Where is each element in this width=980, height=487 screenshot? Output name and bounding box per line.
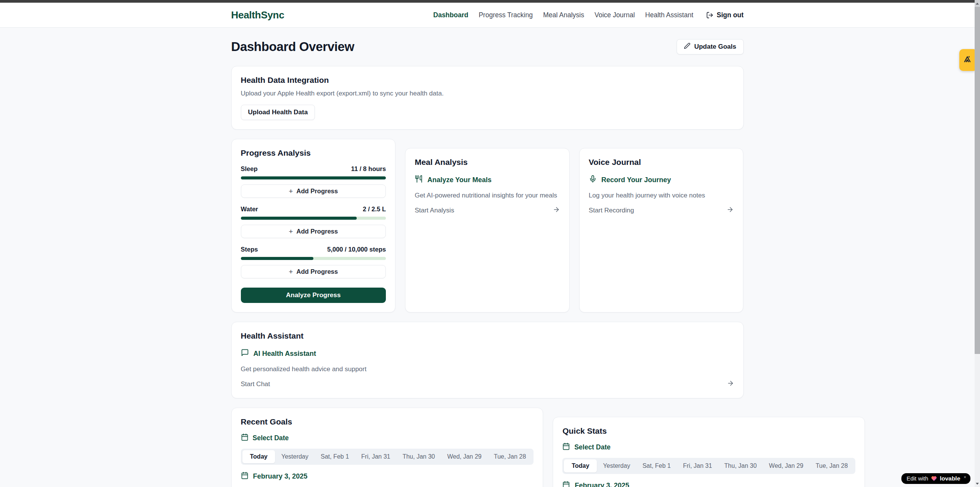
feature-row: Progress Analysis Sleep 11 / 8 hours +Ad… bbox=[231, 139, 744, 313]
meal-analysis-card: Meal Analysis Analyze Your Meals Get AI-… bbox=[405, 148, 570, 313]
date-tab[interactable]: Wed, Jan 29 bbox=[441, 450, 488, 463]
date-tab[interactable]: Tue, Jan 28 bbox=[809, 459, 854, 472]
scrollbar-thumb[interactable] bbox=[975, 7, 980, 354]
plus-icon: + bbox=[289, 268, 293, 275]
log-out-icon bbox=[706, 12, 713, 19]
integration-description: Upload your Apple Health export (export.… bbox=[241, 90, 734, 97]
calendar-icon bbox=[241, 433, 249, 443]
arrow-right-icon bbox=[553, 206, 560, 215]
recent-goals-title: Recent Goals bbox=[241, 417, 534, 426]
start-analysis-label: Start Analysis bbox=[415, 207, 454, 214]
nav-voice-journal[interactable]: Voice Journal bbox=[595, 11, 635, 19]
utensils-icon bbox=[415, 175, 423, 185]
plus-icon: + bbox=[289, 228, 293, 235]
date-tab[interactable]: Fri, Jan 31 bbox=[355, 450, 397, 463]
scrollbar-up-arrow[interactable] bbox=[975, 0, 980, 7]
record-your-journey-label: Record Your Journey bbox=[601, 176, 671, 184]
recent-goals-date-tabs: Today Yesterday Sat, Feb 1 Fri, Jan 31 T… bbox=[241, 449, 534, 465]
date-tab-today[interactable]: Today bbox=[242, 450, 275, 463]
scrollbar-down-arrow[interactable] bbox=[975, 480, 980, 487]
ai-health-assistant-label: AI Health Assistant bbox=[254, 350, 316, 358]
upload-health-data-button[interactable]: Upload Health Data bbox=[241, 105, 315, 120]
quick-stats-card: Quick Stats Select Date Today Yesterday … bbox=[553, 417, 865, 487]
main-nav: Dashboard Progress Tracking Meal Analysi… bbox=[433, 11, 744, 19]
recent-goals-current-date: February 3, 2025 bbox=[241, 472, 534, 481]
health-assistant-title: Health Assistant bbox=[241, 331, 734, 341]
edit-with-label: Edit with bbox=[906, 475, 928, 482]
start-analysis-action[interactable]: Start Analysis bbox=[415, 206, 560, 215]
page-scrollbar[interactable] bbox=[975, 0, 980, 487]
date-tab[interactable]: Fri, Jan 31 bbox=[677, 459, 718, 472]
water-progress-bar bbox=[241, 217, 386, 220]
record-your-journey-link[interactable]: Record Your Journey bbox=[589, 175, 734, 185]
add-steps-progress-button[interactable]: +Add Progress bbox=[241, 265, 386, 278]
voice-journal-card: Voice Journal Record Your Journey Log yo… bbox=[579, 148, 744, 313]
date-tab[interactable]: Tue, Jan 28 bbox=[488, 450, 532, 463]
meal-analysis-description: Get AI-powered nutritional insights for … bbox=[415, 192, 560, 199]
microphone-icon bbox=[589, 175, 597, 185]
nav-progress-tracking[interactable]: Progress Tracking bbox=[479, 11, 533, 19]
browser-extension-badge[interactable] bbox=[959, 49, 975, 71]
date-tab[interactable]: Thu, Jan 30 bbox=[396, 450, 441, 463]
lovable-brand-label: lovable bbox=[940, 475, 960, 482]
progress-analysis-title: Progress Analysis bbox=[241, 148, 386, 158]
current-date-label: February 3, 2025 bbox=[253, 472, 308, 480]
analyze-progress-button[interactable]: Analyze Progress bbox=[241, 288, 386, 303]
metric-value: 5,000 / 10,000 steps bbox=[327, 246, 386, 253]
ai-health-assistant-link[interactable]: AI Health Assistant bbox=[241, 349, 734, 359]
metric-value: 11 / 8 hours bbox=[351, 165, 386, 173]
metric-steps: Steps 5,000 / 10,000 steps +Add Progress bbox=[241, 246, 386, 278]
date-tab-today[interactable]: Today bbox=[564, 459, 597, 472]
current-date-label: February 3, 2025 bbox=[575, 482, 629, 487]
start-recording-action[interactable]: Start Recording bbox=[589, 206, 734, 215]
metric-sleep: Sleep 11 / 8 hours +Add Progress bbox=[241, 165, 386, 198]
health-assistant-description: Get personalized health advice and suppo… bbox=[241, 365, 734, 373]
analyze-your-meals-label: Analyze Your Meals bbox=[427, 176, 491, 184]
update-goals-button[interactable]: Update Goals bbox=[677, 39, 744, 54]
date-tab[interactable]: Thu, Jan 30 bbox=[718, 459, 763, 472]
update-goals-label: Update Goals bbox=[694, 43, 736, 51]
add-sleep-progress-button[interactable]: +Add Progress bbox=[241, 184, 386, 198]
arrow-right-icon bbox=[726, 206, 734, 215]
page-head: Dashboard Overview Update Goals bbox=[231, 39, 744, 54]
app-viewport: HealthSync Dashboard Progress Tracking M… bbox=[0, 0, 975, 487]
analyze-your-meals-link[interactable]: Analyze Your Meals bbox=[415, 175, 560, 185]
close-icon[interactable]: × bbox=[964, 475, 966, 479]
health-data-integration-card: Health Data Integration Upload your Appl… bbox=[231, 66, 744, 130]
quick-stats-date-tabs: Today Yesterday Sat, Feb 1 Fri, Jan 31 T… bbox=[562, 458, 855, 474]
meal-analysis-title: Meal Analysis bbox=[415, 158, 560, 167]
chat-bubble-icon bbox=[241, 349, 249, 359]
sign-out-button[interactable]: Sign out bbox=[706, 11, 744, 19]
quick-stats-select-date[interactable]: Select Date bbox=[562, 443, 855, 452]
start-chat-action[interactable]: Start Chat bbox=[241, 380, 734, 389]
add-water-progress-button[interactable]: +Add Progress bbox=[241, 225, 386, 238]
date-tab-yesterday[interactable]: Yesterday bbox=[275, 450, 315, 463]
edit-with-lovable-badge[interactable]: Edit with lovable × bbox=[901, 473, 970, 484]
bottom-row: Recent Goals Select Date Today Yesterday… bbox=[231, 408, 744, 487]
recent-goals-select-date[interactable]: Select Date bbox=[241, 433, 534, 443]
calendar-icon bbox=[562, 443, 570, 452]
nav-meal-analysis[interactable]: Meal Analysis bbox=[543, 11, 584, 19]
page-title: Dashboard Overview bbox=[231, 39, 354, 54]
progress-analysis-card: Progress Analysis Sleep 11 / 8 hours +Ad… bbox=[231, 139, 396, 313]
app-logo: HealthSync bbox=[231, 9, 285, 21]
date-tab[interactable]: Wed, Jan 29 bbox=[763, 459, 810, 472]
recent-goals-card: Recent Goals Select Date Today Yesterday… bbox=[231, 408, 544, 487]
metric-value: 2 / 2.5 L bbox=[363, 206, 386, 213]
quick-stats-current-date: February 3, 2025 bbox=[562, 481, 855, 487]
sign-out-label: Sign out bbox=[717, 11, 744, 19]
metric-label: Water bbox=[241, 206, 258, 213]
steps-progress-bar bbox=[241, 257, 386, 260]
arrow-right-icon bbox=[727, 380, 734, 389]
calendar-icon bbox=[562, 481, 570, 487]
voice-journal-title: Voice Journal bbox=[589, 158, 734, 167]
date-tab-yesterday[interactable]: Yesterday bbox=[597, 459, 636, 472]
date-tab[interactable]: Sat, Feb 1 bbox=[315, 450, 355, 463]
date-tab[interactable]: Sat, Feb 1 bbox=[636, 459, 677, 472]
calendar-icon bbox=[241, 472, 249, 481]
nav-health-assistant[interactable]: Health Assistant bbox=[645, 11, 693, 19]
select-date-label: Select Date bbox=[574, 443, 610, 451]
integration-title: Health Data Integration bbox=[241, 76, 734, 85]
nav-dashboard[interactable]: Dashboard bbox=[433, 11, 468, 19]
extension-icon bbox=[963, 55, 972, 66]
